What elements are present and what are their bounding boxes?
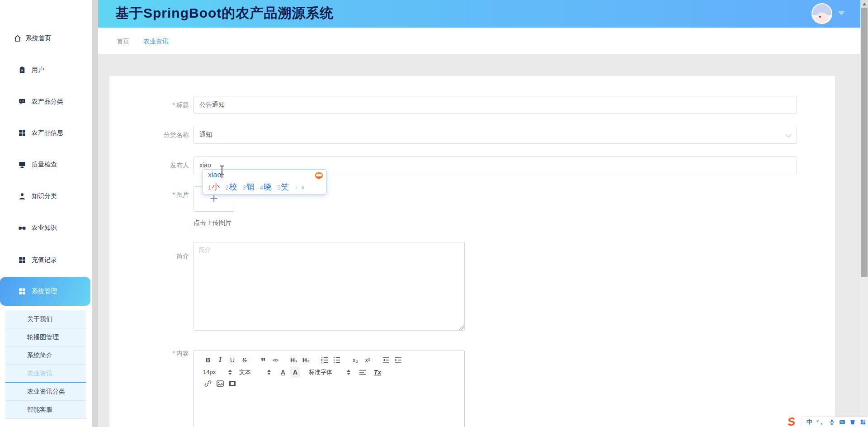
clipboard-icon <box>18 66 26 74</box>
bold-button[interactable]: B <box>203 355 213 365</box>
intro-textarea[interactable] <box>193 242 465 331</box>
microphone-icon[interactable] <box>829 419 835 425</box>
required-asterisk: * <box>173 350 175 357</box>
submenu-item-system-intro[interactable]: 系统简介 <box>5 346 86 365</box>
breadcrumb-bar: 首页 农业资讯 <box>98 28 860 54</box>
ime-candidate[interactable]: 4晓 <box>260 181 272 192</box>
sidebar-item-quality-check[interactable]: 质量检查 <box>0 158 92 171</box>
sidebar-item-label: 农产品信息 <box>32 129 63 137</box>
binoculars-icon <box>18 224 26 232</box>
sidebar-item-label: 农业知识 <box>32 224 57 232</box>
sidebar-item-label: 用户 <box>32 66 44 74</box>
sidebar-item-product-category[interactable]: 农产品分类 <box>0 95 92 108</box>
submenu-item-agri-news-category[interactable]: 农业资讯分类 <box>5 383 86 401</box>
ordered-list-icon[interactable] <box>320 355 330 365</box>
sidebar-item-users[interactable]: 用户 <box>0 64 92 76</box>
bullet-list-icon[interactable] <box>332 355 342 365</box>
tab-agri-news[interactable]: 农业资讯 <box>143 38 169 46</box>
ime-candidate[interactable]: 2校 <box>225 181 237 192</box>
chinese-mode-icon[interactable]: 中 <box>807 418 812 426</box>
intro-label: 简介 <box>114 252 189 261</box>
sidebar-item-recharge-records[interactable]: 充值记录 <box>0 254 92 266</box>
sogou-logo[interactable]: S <box>787 414 801 427</box>
ime-caret <box>222 171 222 178</box>
underline-button[interactable]: U <box>227 355 237 365</box>
ime-candidate[interactable]: 1小 <box>208 181 220 192</box>
avatar[interactable] <box>811 3 832 24</box>
editor-toolbar: B I U S ” </> H₁ H₂ x₂ x² <box>194 351 464 392</box>
ime-candidate[interactable]: 3销 <box>242 181 254 192</box>
ime-candidate[interactable]: 5笑 <box>277 181 289 192</box>
blockquote-button[interactable]: ” <box>258 355 268 365</box>
italic-button[interactable]: I <box>215 355 225 365</box>
sidebar-item-knowledge-category[interactable]: 知识分类 <box>0 190 92 203</box>
tab-home[interactable]: 首页 <box>117 38 129 46</box>
chat-icon <box>18 98 26 106</box>
grid-icon <box>18 287 26 295</box>
chevron-down-icon[interactable] <box>838 11 845 15</box>
editor-content-area[interactable] <box>194 392 464 427</box>
outdent-icon[interactable] <box>381 355 391 365</box>
clear-format-button[interactable]: Tx <box>373 367 382 378</box>
submenu-item-smart-service[interactable]: 智能客服 <box>5 401 86 419</box>
link-icon[interactable] <box>203 378 213 389</box>
font-size-select[interactable]: 14px <box>203 367 232 378</box>
form-card: *标题 分类名称 发布人 *图片 + 点击上传图片 简介 *内容 B I U <box>109 76 835 427</box>
header-select[interactable]: 文本 <box>239 367 271 378</box>
sidebar-scrollbar[interactable] <box>92 0 98 427</box>
sidebar-item-label: 系统管理 <box>32 287 57 295</box>
superscript-button[interactable]: x² <box>363 355 373 365</box>
ime-assistant-icon[interactable] <box>315 172 323 179</box>
category-select[interactable] <box>193 126 797 144</box>
scroll-up-button[interactable] <box>860 0 868 8</box>
sidebar-item-agri-knowledge[interactable]: 农业知识 <box>0 222 92 234</box>
rich-text-editor: B I U S ” </> H₁ H₂ x₂ x² <box>193 351 465 427</box>
code-block-button[interactable]: </> <box>270 355 280 365</box>
keyboard-icon[interactable] <box>839 419 845 425</box>
select-arrows-icon <box>267 370 271 375</box>
page-scrollbar[interactable] <box>860 0 868 427</box>
title-input[interactable] <box>193 96 797 114</box>
indent-icon[interactable] <box>393 355 403 365</box>
heading2-button[interactable]: H₂ <box>301 355 311 365</box>
grid-icon <box>18 256 26 264</box>
select-arrows-icon <box>347 370 350 375</box>
ime-candidates: 1小 2校 3销 4晓 5笑 ‹ › <box>208 181 304 192</box>
subscript-button[interactable]: x₂ <box>350 355 360 365</box>
sidebar: 系统首页 用户 农产品分类 农产品信息 质量检查 <box>0 0 92 427</box>
submenu-item-agri-news[interactable]: 农业资讯 <box>5 365 86 383</box>
heading1-button[interactable]: H₁ <box>289 355 299 365</box>
sidebar-item-home[interactable]: 系统首页 <box>0 32 92 45</box>
sidebar-item-label: 充值记录 <box>32 256 57 264</box>
highlight-color-button[interactable]: A <box>290 367 300 378</box>
resize-grip[interactable] <box>459 325 464 330</box>
system-management-submenu: 关于我们 轮播图管理 系统简介 农业资讯 农业资讯分类 智能客服 <box>5 310 86 419</box>
submenu-item-about-us[interactable]: 关于我们 <box>5 310 86 328</box>
toolbox-grid-icon[interactable] <box>860 419 866 425</box>
punctuation-icon[interactable]: °， <box>816 418 825 426</box>
text-color-button[interactable]: A <box>278 367 288 378</box>
category-label: 分类名称 <box>114 131 189 139</box>
skin-icon[interactable] <box>849 419 856 425</box>
align-icon[interactable] <box>358 367 368 378</box>
ime-next-page-icon[interactable]: › <box>302 184 304 191</box>
sidebar-item-label: 农产品分类 <box>32 98 63 106</box>
image-icon[interactable] <box>215 378 225 389</box>
font-family-select[interactable]: 标准字体 <box>309 367 350 378</box>
ime-candidate-window: xiao 1小 2校 3销 4晓 5笑 ‹ › <box>202 169 327 195</box>
scrollbar-thumb[interactable] <box>861 8 868 277</box>
home-icon <box>14 34 22 43</box>
video-icon[interactable] <box>227 378 237 389</box>
sidebar-item-product-info[interactable]: 农产品信息 <box>0 127 92 139</box>
header: 基于SpringBoot的农产品溯源系统 <box>98 0 860 28</box>
strikethrough-button[interactable]: S <box>240 355 250 365</box>
submenu-item-carousel[interactable]: 轮播图管理 <box>5 328 86 346</box>
ime-prev-page-icon[interactable]: ‹ <box>295 184 297 191</box>
image-label: *图片 <box>114 191 189 199</box>
sidebar-item-label: 系统首页 <box>26 34 51 43</box>
sidebar-item-system-management[interactable]: 系统管理 <box>0 277 90 306</box>
content-label: *内容 <box>114 350 189 358</box>
person-icon <box>18 192 26 200</box>
sidebar-item-label: 知识分类 <box>32 192 57 200</box>
monitor-icon <box>18 161 26 169</box>
